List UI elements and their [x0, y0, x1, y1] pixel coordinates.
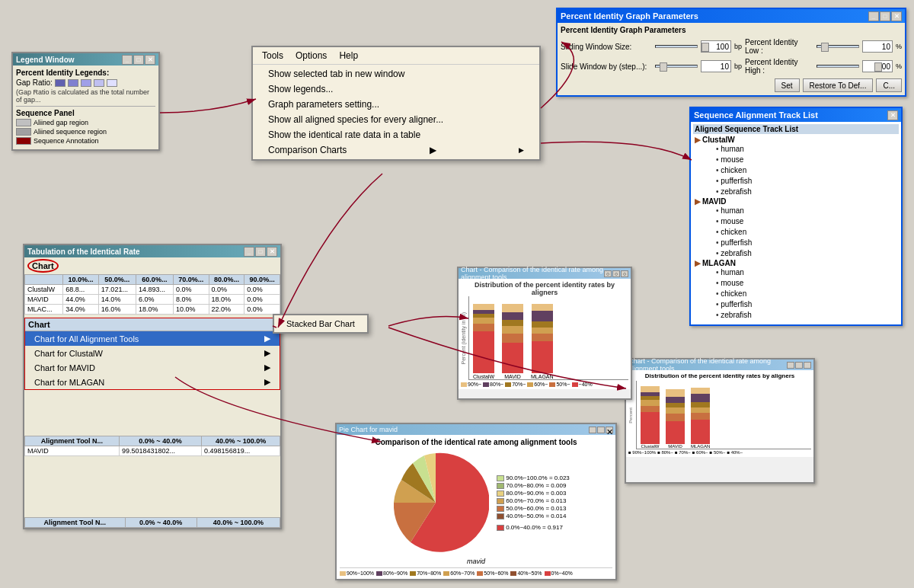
table-bottom2-section: Alignment Tool N... 0.0% ~ 40.0% 40.0% ~… [24, 517, 280, 528]
legend-item-40-50: 40.0%~50.0% = 0.014 [497, 513, 570, 519]
sequence-panel-label: Sequence Panel [16, 109, 155, 117]
legend-item-0-40: 0.0%~40.0% = 0.917 [497, 524, 570, 531]
barchart2-titlebar: Chart - Comparison of the identical rate… [626, 360, 813, 370]
clustalw-group: ▶ ClustalW [695, 136, 897, 144]
minimize-icon[interactable] [589, 427, 596, 433]
chart-mavid-item[interactable]: Chart for MAVID ▶ [25, 360, 280, 375]
graph-params-item[interactable]: Graph parameters setting... [253, 97, 539, 112]
legend-50: 50%~ [549, 382, 570, 387]
mavid-bar-group: MAVID [502, 304, 523, 379]
percent-low-slider[interactable] [817, 45, 859, 48]
seq-track-content: Aligned Sequence Track List ▶ ClustalW h… [691, 122, 901, 324]
mavid-items: human mouse chicken pufferfish zebrafish [695, 206, 897, 259]
minimize-button[interactable]: _ [244, 247, 254, 257]
bottom-data-table: Alignment Tool N... 0.0% ~ 40.0% 40.0% ~… [24, 436, 280, 456]
show-legends-item[interactable]: Show legends... [253, 81, 539, 97]
slide-by-label: Slide Window by (step...): [561, 62, 652, 71]
mavid-human: human [707, 206, 897, 216]
bar-seg-60 [532, 328, 553, 334]
mavid-x-label: MAVID [504, 374, 521, 379]
seq-annotation-label: Sequence Annotation [34, 137, 99, 145]
close-icon[interactable]: ○ [621, 270, 628, 277]
pie-chart-svg [382, 449, 489, 556]
bar-seg-90 [532, 304, 553, 311]
barchart2-subtitle: Distribution of the percent identity rat… [628, 372, 811, 379]
close-button[interactable]: ✕ [891, 11, 902, 21]
slide-by-input[interactable] [701, 60, 731, 72]
tools-menu-item[interactable]: Tools [256, 49, 289, 62]
legend-item-50: 50.0%~60.0% = 0.013 [497, 505, 570, 512]
percent-high-slider[interactable] [817, 65, 859, 68]
minimize-button[interactable]: _ [122, 55, 133, 65]
y-axis-label: Percent (identity in %) [461, 296, 468, 380]
swatch-5 [107, 79, 117, 87]
piechart-btns: ✕ [589, 427, 613, 433]
close-icon[interactable]: ✕ [606, 427, 613, 433]
sliding-window-slider[interactable] [655, 45, 698, 48]
close-button[interactable]: ✕ [887, 110, 898, 120]
percent-high-label: Percent Identity High : [745, 58, 813, 75]
restore-default-button[interactable]: Restore To Def... [803, 78, 874, 92]
bar-seg-40 [473, 331, 494, 373]
bar-seg-50 [473, 324, 494, 331]
chart-button[interactable]: Chart [27, 259, 59, 273]
pie-bottom-legend: 90%~100% 80%~90% 70%~80% 60%~70% 50%~60%… [340, 567, 612, 576]
maximize-icon[interactable] [795, 362, 803, 369]
tools-menubar: Tools Options Help [253, 47, 539, 65]
maximize-icon[interactable] [597, 427, 605, 433]
close-button[interactable]: ✕ [145, 55, 155, 65]
close-icon[interactable] [804, 362, 811, 369]
close-button[interactable]: ✕ [267, 247, 277, 257]
legend-title: Legend Window [16, 56, 75, 64]
col-header-tool [25, 275, 63, 285]
maximize-icon[interactable]: ○ [612, 270, 620, 277]
slide-by-slider[interactable] [655, 65, 698, 68]
percent-identity-label: Percent Identity Legends: [16, 69, 155, 77]
minimize-icon[interactable]: ○ [604, 270, 612, 277]
sliding-window-unit: bp [734, 43, 742, 50]
maximize-button[interactable]: □ [255, 247, 266, 257]
maximize-button[interactable]: □ [133, 55, 144, 65]
mavid-pufferfish: pufferfish [707, 238, 897, 248]
mlagan-chicken: chicken [707, 289, 897, 299]
piechart-content: Comparison of the identical rate among a… [337, 435, 615, 579]
help-menu-item[interactable]: Help [333, 49, 364, 62]
aligned-seq-row: Aliined sequence region [16, 128, 155, 136]
show-all-aligned-item[interactable]: Show all aligned species for every align… [253, 112, 539, 127]
minimize-icon[interactable] [787, 362, 794, 369]
col-header-10: 10.0%... [63, 275, 99, 285]
seq-track-tree: ▶ ClustalW human mouse chicken pufferfis… [693, 134, 899, 322]
aligned-gap-swatch [16, 119, 31, 126]
set-button[interactable]: Set [775, 78, 800, 92]
show-new-window-item[interactable]: Show selected tab in new window [253, 66, 539, 81]
seq-track-titlebar: Sequence Alignment Track List ✕ [691, 108, 901, 122]
c-button[interactable]: C... [876, 78, 902, 92]
percent-params-btns: _ □ ✕ [868, 11, 902, 21]
barchart-subtitle: Distribution of the percent identity rat… [461, 281, 628, 296]
clustalw-items: human mouse chicken pufferfish zebrafish [695, 144, 897, 197]
chart-mlagan-item[interactable]: Chart for MLAGAN ▶ [25, 375, 280, 389]
options-menu-item[interactable]: Options [289, 49, 333, 62]
percent-params-title: Percent Identity Graph Parameters [561, 11, 698, 21]
minimize-button[interactable]: _ [868, 11, 879, 21]
mavid-group: ▶ MAVID [695, 197, 897, 206]
slide-by-unit: bp [734, 62, 742, 70]
legend-item-60: 60.0%~70.0% = 0.013 [497, 497, 570, 504]
percent-params-content: Percent Identity Graph Parameters Slidin… [558, 23, 905, 95]
maximize-button[interactable]: □ [880, 11, 890, 21]
table-content: Chart 10.0%... 50.0%... 60.0%... 70.0%..… [24, 257, 280, 528]
bar2-mlagan-inner [691, 388, 710, 444]
show-identical-rate-item[interactable]: Show the identical rate data in a table [253, 127, 539, 142]
piechart-title: Pie Chart for mavid [339, 426, 398, 433]
bottom-header-row: Alignment Tool N... 0.0% ~ 40.0% 40.0% ~… [25, 436, 280, 446]
chart-clustalw-item[interactable]: Chart for ClustalW ▶ [25, 346, 280, 360]
swatch-1 [55, 79, 66, 87]
pie-legend: 90.0%~100.0% = 0.023 70.0%~80.0% = 0.009… [497, 474, 570, 532]
legend-content: Percent Identity Legends: Gap Ratio: (Ga… [13, 66, 158, 149]
comparison-charts-item[interactable]: Comparison Charts ▶ [253, 142, 539, 158]
table-header-row: 10.0%... 50.0%... 60.0%... 70.0%... 80.0… [25, 275, 280, 285]
aligned-gap-row: Aliined gap region [16, 119, 155, 126]
chart-all-aligners-item[interactable]: Chart for All Alignment Tools ▶ [25, 331, 280, 346]
percent-low-input[interactable] [862, 40, 893, 53]
stacked-bar-chart-item[interactable]: Stacked Bar Chart [274, 317, 367, 331]
